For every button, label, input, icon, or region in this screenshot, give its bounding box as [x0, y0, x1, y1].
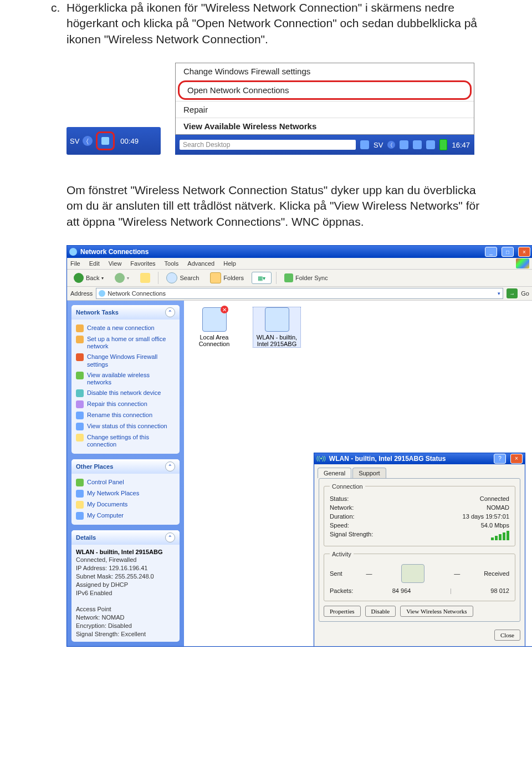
- packets-sent: 84 964: [392, 587, 411, 594]
- place-item[interactable]: My Documents: [76, 499, 175, 510]
- tab-general[interactable]: General: [318, 468, 351, 478]
- task-item[interactable]: Change Windows Firewall settings: [76, 352, 175, 369]
- toolbar: Back▾ ▾ Search Folders ▦▾ Folder Sync: [67, 270, 532, 287]
- go-button[interactable]: →: [507, 288, 518, 298]
- connection-icon: [202, 307, 227, 332]
- wlan-status-dialog: ((•)) WLAN - builtin, Intel 2915ABG Stat…: [314, 453, 525, 647]
- window-icon: [69, 248, 77, 256]
- language-indicator[interactable]: SV: [70, 137, 79, 145]
- signal-label: Signal Strength:: [330, 531, 373, 540]
- battery-icon[interactable]: [439, 139, 447, 150]
- menu-advanced[interactable]: Advanced: [187, 260, 214, 267]
- status-label: Status:: [330, 495, 349, 502]
- connection-local-area[interactable]: Local Area Connection: [191, 307, 238, 347]
- details-net-label: Network:: [76, 614, 100, 621]
- network-value: NOMAD: [487, 504, 509, 511]
- place-item[interactable]: Control Panel: [76, 477, 175, 488]
- menu-item-repair[interactable]: Repair: [176, 101, 474, 118]
- tray-icon[interactable]: [413, 140, 422, 149]
- menu-tools[interactable]: Tools: [165, 260, 179, 267]
- dialog-title: WLAN - builtin, Intel 2915ABG Status: [329, 455, 489, 463]
- close-dialog-button[interactable]: Close: [494, 630, 520, 641]
- connection-wlan[interactable]: WLAN - builtin, Intel 2915ABG: [253, 307, 300, 347]
- connection-icon: [265, 307, 289, 332]
- task-item[interactable]: Create a new connection: [76, 323, 175, 334]
- menu-favorites[interactable]: Favorites: [130, 260, 155, 267]
- up-button[interactable]: [137, 272, 154, 284]
- task-item[interactable]: View status of this connection: [76, 421, 175, 432]
- connection-legend: Connection: [330, 483, 365, 490]
- panel-title: Network Tasks: [76, 309, 119, 316]
- menu-view[interactable]: View: [109, 260, 122, 267]
- collapse-icon[interactable]: ⌃: [165, 307, 175, 317]
- details-ip-label: IP Address:: [76, 565, 107, 571]
- forward-button[interactable]: ▾: [111, 272, 132, 284]
- place-item[interactable]: My Network Places: [76, 488, 175, 499]
- tab-support[interactable]: Support: [352, 468, 386, 478]
- task-item[interactable]: Rename this connection: [76, 410, 175, 421]
- views-button[interactable]: ▦▾: [252, 272, 272, 284]
- details-dhcp: Assigned by DHCP: [76, 581, 128, 588]
- activity-legend: Activity: [330, 551, 354, 557]
- menu-help[interactable]: Help: [223, 260, 236, 267]
- menu-file[interactable]: File: [70, 260, 80, 267]
- tray-expand-icon[interactable]: 〈: [83, 136, 93, 146]
- task-item[interactable]: Repair this connection: [76, 399, 175, 410]
- menu-item-view-networks[interactable]: View Available Wireless Networks: [176, 118, 474, 134]
- menu-edit[interactable]: Edit: [89, 260, 100, 267]
- language-indicator[interactable]: SV: [374, 141, 383, 149]
- menu-item-open-connections[interactable]: Open Network Connections: [178, 80, 472, 100]
- maximize-button[interactable]: □: [502, 247, 514, 257]
- clock: 00:49: [120, 137, 139, 145]
- disable-button[interactable]: Disable: [365, 606, 396, 617]
- desktop-search-input[interactable]: Search Desktop: [180, 140, 356, 150]
- task-item[interactable]: Disable this network device: [76, 388, 175, 399]
- task-item[interactable]: Set up a home or small office network: [76, 334, 175, 352]
- details-name: WLAN - builtin, Intel 2915ABG: [76, 549, 162, 555]
- address-field[interactable]: Network Connections ▾: [96, 288, 503, 299]
- activity-icon: [401, 564, 424, 583]
- details-ip: 129.16.196.41: [109, 565, 147, 571]
- taskbar-large: Search Desktop SV 〈 16:47: [175, 135, 474, 155]
- properties-button[interactable]: Properties: [324, 606, 361, 617]
- duration-label: Duration:: [330, 513, 355, 520]
- details-sig-label: Signal Strength:: [76, 631, 119, 637]
- taskbar-small: SV 〈 00:49: [66, 127, 161, 155]
- tray-icon[interactable]: [426, 140, 435, 149]
- close-button[interactable]: ×: [518, 247, 530, 257]
- details-sig: Excellent: [121, 631, 146, 637]
- folder-sync-button[interactable]: Folder Sync: [281, 272, 331, 283]
- search-go-icon[interactable]: [360, 140, 369, 149]
- details-state: Connected, Firewalled: [76, 556, 136, 563]
- sent-label: Sent: [330, 570, 342, 577]
- panel-title: Details: [76, 534, 96, 541]
- address-label: Address: [70, 290, 93, 297]
- close-button[interactable]: ×: [510, 454, 523, 464]
- titlebar[interactable]: Network Connections _ □ ×: [67, 246, 532, 258]
- collapse-icon[interactable]: ⌃: [165, 532, 175, 542]
- address-dropdown-icon[interactable]: ▾: [498, 291, 500, 296]
- packets-received: 98 012: [490, 587, 509, 594]
- tray-icon[interactable]: [400, 140, 408, 149]
- menu-item-firewall[interactable]: Change Windows Firewall settings: [176, 63, 474, 79]
- place-item[interactable]: My Computer: [76, 510, 175, 521]
- wireless-tray-icon[interactable]: [96, 131, 115, 150]
- speed-value: 54.0 Mbps: [481, 522, 509, 529]
- details-net: NOMAD: [101, 614, 124, 621]
- help-button[interactable]: ?: [494, 454, 506, 464]
- minimize-button[interactable]: _: [485, 247, 497, 257]
- signal-bars-icon: [491, 531, 509, 540]
- speed-label: Speed:: [330, 522, 349, 529]
- connection-group: Connection Status:Connected Network:NOMA…: [324, 483, 515, 546]
- search-button[interactable]: Search: [163, 271, 202, 285]
- task-item[interactable]: Change settings of this connection: [76, 432, 175, 450]
- view-wireless-button[interactable]: View Wireless Networks: [400, 606, 473, 617]
- collapse-icon[interactable]: ⌃: [165, 461, 175, 471]
- task-item[interactable]: View available wireless networks: [76, 370, 175, 388]
- back-button[interactable]: Back▾: [70, 272, 107, 284]
- clock: 16:47: [452, 141, 470, 149]
- folders-button[interactable]: Folders: [207, 271, 247, 285]
- tray-expand-icon[interactable]: 〈: [387, 141, 395, 149]
- details-mask-label: Subnet Mask:: [76, 573, 113, 580]
- activity-group: Activity Sent — — Received Packets: 84 9…: [324, 551, 515, 601]
